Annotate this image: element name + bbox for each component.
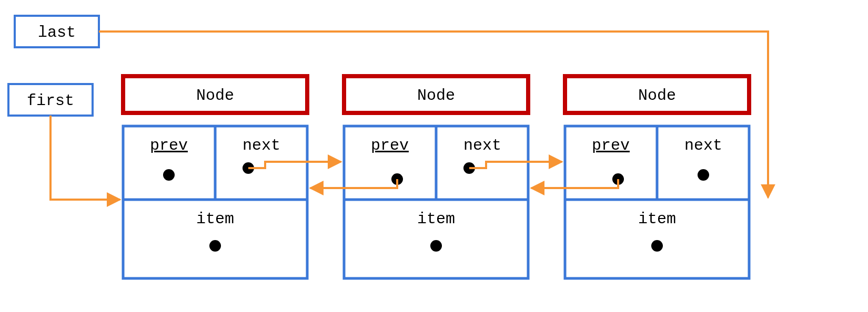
node3-item-dot bbox=[651, 240, 663, 252]
node2-prev-label: prev bbox=[371, 137, 409, 154]
node2-item-label: item bbox=[417, 210, 455, 228]
node2-item-dot bbox=[430, 240, 442, 252]
last-label: last bbox=[38, 24, 76, 41]
node2-next-label: next bbox=[463, 137, 501, 154]
node3-next-dot bbox=[698, 169, 709, 181]
node3-item-label: item bbox=[638, 210, 676, 228]
node-title-3: Node bbox=[638, 87, 676, 105]
last-pointer-box: last bbox=[15, 16, 99, 47]
node1-next-label: next bbox=[243, 137, 280, 154]
node1-prev-dot bbox=[163, 169, 175, 181]
first-label: first bbox=[27, 92, 74, 110]
linked-list-diagram: last first Node prev next item Node prev bbox=[0, 0, 868, 312]
node-3: Node prev next item bbox=[565, 76, 749, 278]
node-2: Node prev next item bbox=[344, 76, 528, 278]
node1-item-dot bbox=[209, 240, 221, 252]
node1-prev-label: prev bbox=[150, 137, 188, 154]
arrow-first-to-node1 bbox=[51, 116, 120, 200]
first-pointer-box: first bbox=[8, 84, 93, 116]
node3-prev-label: prev bbox=[592, 137, 630, 154]
node-title-1: Node bbox=[196, 87, 234, 105]
node1-item-label: item bbox=[196, 210, 234, 228]
node3-next-label: next bbox=[684, 137, 722, 154]
node-1: Node prev next item bbox=[123, 76, 307, 278]
node-title-2: Node bbox=[417, 87, 455, 105]
